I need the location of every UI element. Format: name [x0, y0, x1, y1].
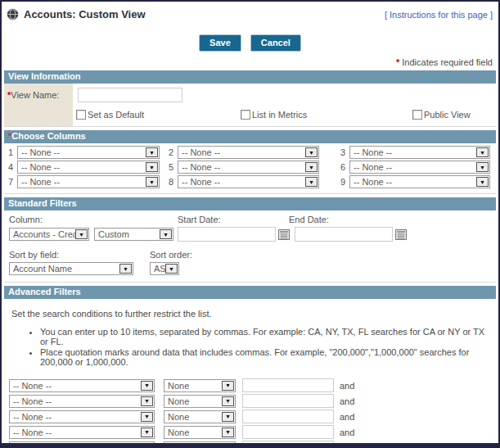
advanced-filters-help-list: You can enter up to 10 items, separated … [40, 327, 491, 367]
filter-value-input-1[interactable] [242, 378, 334, 392]
column-2-value: -- None -- [182, 147, 220, 157]
help-bullet-2: Place quotation marks around data that i… [40, 347, 491, 367]
chevron-down-icon: ▼ [222, 381, 234, 391]
globe-icon [7, 8, 19, 20]
column-number: 2 [165, 147, 173, 157]
filter-operator-select-3[interactable]: None▼ [164, 410, 236, 423]
and-connector: and [340, 428, 354, 437]
column-7-value: -- None -- [21, 177, 60, 187]
end-date-label: End Date: [289, 215, 329, 224]
chevron-down-icon: ▼ [476, 147, 489, 157]
public-view-option[interactable]: Public View [412, 110, 471, 120]
list-in-metrics-checkbox[interactable] [241, 110, 250, 120]
sort-by-field-select[interactable]: Account Name▼ [9, 262, 133, 275]
filter-column-select[interactable]: Accounts - Created▼ [9, 228, 89, 241]
column-3-select[interactable]: -- None --▼ [349, 146, 490, 159]
chevron-down-icon: ▼ [141, 428, 153, 437]
and-connector: and [340, 412, 354, 422]
filter-column-value: Accounts - Created [13, 229, 75, 239]
column-number: 4 [5, 162, 13, 172]
advanced-filters-intro: Set the search conditions to further res… [9, 309, 491, 319]
advanced-filter-row-2: -- None --▼ None▼ and [9, 394, 491, 408]
filter-operator-value: None [168, 381, 189, 391]
advanced-filter-row-1: -- None --▼ None▼ and [9, 378, 491, 392]
filter-field-value: -- None -- [13, 443, 52, 448]
chevron-down-icon: ▼ [146, 177, 158, 187]
filter-operator-select-1[interactable]: None▼ [164, 379, 236, 392]
filter-duration-select[interactable]: Custom▼ [94, 228, 173, 241]
advanced-filters-section: Advanced Filters Set the search conditio… [4, 286, 496, 448]
filter-value-input-3[interactable] [242, 410, 334, 423]
column-filter-label: Column: [9, 215, 178, 224]
chevron-down-icon: ▼ [165, 264, 178, 274]
set-as-default-checkbox[interactable] [76, 110, 86, 120]
advanced-filters-header: Advanced Filters [4, 286, 496, 299]
choose-columns-row-2: 4 -- None --▼ 5 -- None --▼ 6 -- None --… [5, 161, 493, 174]
filter-field-select-4[interactable]: -- None --▼ [9, 426, 155, 439]
view-name-input[interactable] [78, 88, 182, 102]
column-5-select[interactable]: -- None --▼ [178, 161, 319, 174]
filter-operator-value: None [168, 428, 189, 437]
sort-order-value: ASC [154, 264, 165, 274]
set-as-default-option[interactable]: Set as Default [76, 110, 241, 120]
set-as-default-label: Set as Default [88, 110, 144, 120]
start-date-input[interactable] [178, 227, 276, 242]
start-date-calendar-icon[interactable] [278, 229, 290, 240]
filter-field-select-5[interactable]: -- None --▼ [9, 441, 155, 448]
column-1-select[interactable]: -- None --▼ [17, 146, 160, 159]
filter-field-select-3[interactable]: -- None --▼ [9, 410, 155, 423]
filter-operator-select-2[interactable]: None▼ [164, 395, 236, 408]
end-date-input[interactable] [295, 227, 393, 242]
filter-field-value: -- None -- [13, 412, 52, 422]
filter-operator-value: None [168, 412, 189, 422]
advanced-filter-row-4: -- None --▼ None▼ and [9, 425, 491, 439]
advanced-filter-row-3: -- None --▼ None▼ and [9, 410, 491, 423]
public-view-label: Public View [424, 110, 471, 120]
instructions-link[interactable]: [ Instructions for this page ] [385, 10, 493, 20]
chevron-down-icon: ▼ [160, 229, 172, 239]
column-6-select[interactable]: -- None --▼ [349, 161, 490, 174]
save-button[interactable]: Save [199, 34, 241, 52]
chevron-down-icon: ▼ [476, 162, 489, 172]
column-number: 1 [5, 147, 13, 157]
sort-order-select[interactable]: ASC▼ [150, 262, 179, 275]
cancel-button[interactable]: Cancel [250, 34, 301, 52]
filter-operator-select-5[interactable]: None▼ [164, 441, 236, 448]
end-date-calendar-icon[interactable] [395, 229, 407, 240]
public-view-checkbox[interactable] [412, 110, 422, 120]
list-in-metrics-option[interactable]: List in Metrics [241, 110, 412, 120]
column-7-select[interactable]: -- None --▼ [17, 175, 160, 188]
filter-value-input-4[interactable] [242, 425, 334, 439]
chevron-down-icon: ▼ [146, 147, 158, 157]
column-6-value: -- None -- [354, 162, 392, 172]
filter-operator-value: None [168, 396, 189, 406]
column-8-select[interactable]: -- None --▼ [178, 175, 319, 188]
filter-value-input-2[interactable] [242, 394, 334, 408]
custom-view-page: Accounts: Custom View [ Instructions for… [0, 0, 500, 448]
chevron-down-icon: ▼ [119, 264, 132, 274]
filter-operator-value: None [168, 443, 189, 448]
chevron-down-icon: ▼ [476, 177, 489, 187]
chevron-down-icon: ▼ [222, 428, 234, 437]
column-8-value: -- None -- [182, 177, 220, 187]
choose-columns-section: *Choose Columns 1 -- None --▼ 2 -- None … [4, 130, 496, 194]
column-number: 9 [337, 177, 345, 187]
top-button-row: Save Cancel [2, 34, 498, 52]
column-4-select[interactable]: -- None --▼ [17, 161, 160, 174]
chevron-down-icon: ▼ [141, 381, 153, 391]
filter-value-input-5[interactable] [242, 441, 334, 448]
choose-columns-header: *Choose Columns [4, 130, 496, 143]
column-2-select[interactable]: -- None --▼ [178, 146, 319, 159]
column-9-select[interactable]: -- None --▼ [349, 175, 490, 188]
filter-field-select-1[interactable]: -- None --▼ [9, 379, 155, 392]
filter-field-select-2[interactable]: -- None --▼ [9, 395, 155, 408]
filter-operator-select-4[interactable]: None▼ [164, 426, 236, 439]
view-information-header: View Information [4, 70, 496, 84]
view-name-label: View Name: [11, 90, 59, 100]
chevron-down-icon: ▼ [75, 229, 88, 239]
sort-by-field-label: Sort by field: [9, 250, 150, 260]
chevron-down-icon: ▼ [146, 162, 158, 172]
choose-columns-header-text: Choose Columns [11, 131, 85, 141]
page-title: Accounts: Custom View [24, 8, 146, 20]
view-name-label-cell: *View Name: [4, 84, 73, 126]
